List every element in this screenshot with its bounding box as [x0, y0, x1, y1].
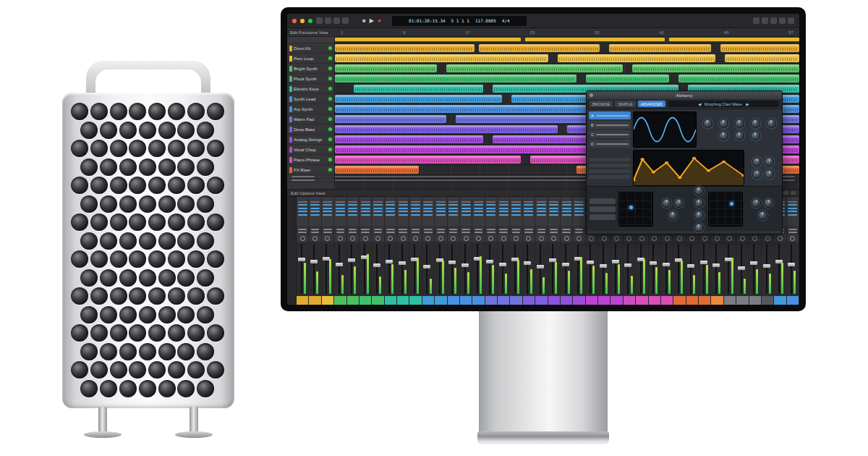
knob[interactable] — [751, 119, 760, 128]
send-slot-bar[interactable] — [524, 204, 533, 206]
audio-region[interactable] — [354, 85, 484, 93]
send-slot-bar[interactable] — [323, 211, 332, 212]
zoom-view-icon[interactable] — [791, 191, 796, 195]
marker-region[interactable] — [669, 38, 799, 41]
strip-name-label[interactable] — [409, 296, 421, 305]
track-header[interactable]: Perc Loop — [287, 54, 334, 64]
pan-knob[interactable] — [476, 236, 481, 241]
fader-cap[interactable] — [788, 263, 795, 266]
fader-cap[interactable] — [524, 261, 531, 265]
send-slot-bar[interactable] — [298, 214, 307, 216]
pan-knob[interactable] — [363, 236, 368, 241]
insert-slot-bar[interactable] — [511, 201, 521, 203]
pan-knob[interactable] — [401, 236, 406, 241]
send-slot-bar[interactable] — [373, 214, 383, 216]
pan-knob[interactable] — [564, 236, 569, 241]
performance-button[interactable] — [590, 206, 616, 212]
insert-slot-bar[interactable] — [562, 201, 571, 203]
fader-cap[interactable] — [373, 263, 380, 267]
fader-cap[interactable] — [650, 261, 657, 265]
audio-region[interactable] — [335, 145, 604, 153]
source-row[interactable]: A — [589, 111, 631, 119]
pan-knob[interactable] — [350, 236, 355, 241]
send-slot-bar[interactable] — [336, 204, 345, 206]
pan-knob[interactable] — [312, 236, 318, 241]
send-slot-bar[interactable] — [524, 211, 533, 212]
strip-name-label[interactable] — [661, 296, 673, 305]
channel-strip[interactable] — [422, 197, 435, 305]
audio-region[interactable] — [678, 75, 799, 83]
audio-region[interactable] — [335, 95, 502, 103]
pan-knob[interactable] — [576, 236, 582, 241]
strip-name-label[interactable] — [385, 296, 396, 305]
record-button[interactable]: ● — [378, 17, 381, 24]
send-slot-bar[interactable] — [537, 204, 546, 206]
strip-name-label[interactable] — [422, 296, 434, 305]
send-slot-bar[interactable] — [524, 208, 533, 209]
send-slot-bar[interactable] — [461, 208, 471, 209]
track-mute-indicator[interactable] — [328, 77, 332, 80]
fader-cap[interactable] — [700, 261, 707, 264]
send-slot-bar[interactable] — [423, 214, 433, 216]
send-slot-bar[interactable] — [448, 211, 458, 212]
strip-name-label[interactable] — [397, 296, 409, 305]
knob[interactable] — [694, 223, 704, 232]
marker-region[interactable] — [335, 38, 521, 41]
knob[interactable] — [674, 198, 684, 208]
send-slot-bar[interactable] — [474, 214, 483, 216]
insert-slot-bar[interactable] — [537, 201, 546, 203]
send-slot-bar[interactable] — [537, 211, 546, 212]
audio-region[interactable] — [335, 64, 437, 72]
fader-cap[interactable] — [499, 263, 506, 266]
send-slot-bar[interactable] — [310, 204, 320, 206]
insert-slot-bar[interactable] — [373, 201, 383, 203]
knob[interactable] — [694, 211, 704, 220]
send-slot-bar[interactable] — [386, 214, 395, 216]
channel-strip[interactable] — [372, 197, 384, 305]
send-slot-bar[interactable] — [574, 204, 584, 206]
pan-knob[interactable] — [300, 236, 305, 241]
pan-knob[interactable] — [451, 236, 456, 241]
window-close-button[interactable] — [292, 19, 297, 23]
channel-strip[interactable] — [322, 197, 334, 305]
xy-pad-cursor[interactable] — [730, 202, 733, 206]
send-slot-bar[interactable] — [386, 211, 395, 212]
track-header[interactable]: Piano Phrase — [287, 155, 334, 165]
send-slot-bar[interactable] — [411, 214, 420, 216]
audio-region[interactable] — [335, 125, 558, 133]
insert-slot-bar[interactable] — [423, 201, 433, 203]
track-mute-indicator[interactable] — [328, 107, 332, 111]
pan-knob[interactable] — [727, 236, 732, 241]
send-slot-bar[interactable] — [499, 208, 509, 209]
audio-region[interactable] — [335, 156, 521, 164]
fader-cap[interactable] — [336, 263, 343, 266]
list-editors-icon[interactable] — [770, 17, 777, 24]
audio-region[interactable] — [335, 54, 548, 62]
pan-knob[interactable] — [677, 236, 682, 241]
pan-knob[interactable] — [652, 236, 657, 241]
fader-cap[interactable] — [587, 261, 594, 264]
insert-slot-bar[interactable] — [499, 201, 509, 203]
insert-slot-bar[interactable] — [310, 201, 320, 203]
channel-strip[interactable] — [448, 197, 460, 305]
knob[interactable] — [751, 131, 760, 140]
insert-slot-bar[interactable] — [298, 201, 307, 203]
bar-ruler[interactable]: 19172533414957 — [335, 30, 799, 35]
strip-name-label[interactable] — [699, 296, 710, 305]
send-slot-bar[interactable] — [348, 204, 357, 206]
send-slot-bar[interactable] — [562, 214, 571, 216]
audio-region[interactable] — [479, 44, 600, 52]
send-slot-bar[interactable] — [788, 208, 797, 209]
audio-region[interactable] — [335, 166, 419, 174]
pan-knob[interactable] — [702, 236, 707, 241]
insert-slot-bar[interactable] — [448, 201, 458, 203]
send-slot-bar[interactable] — [399, 204, 408, 206]
send-slot-bar[interactable] — [499, 204, 509, 206]
channel-strip[interactable] — [561, 197, 573, 305]
send-slot-bar[interactable] — [436, 204, 446, 206]
insert-slot-bar[interactable] — [788, 201, 797, 203]
track-header[interactable]: Warm Pad — [287, 114, 334, 124]
channel-strip[interactable] — [435, 197, 447, 305]
channel-strip[interactable] — [309, 197, 321, 305]
insert-slot-bar[interactable] — [436, 201, 446, 203]
